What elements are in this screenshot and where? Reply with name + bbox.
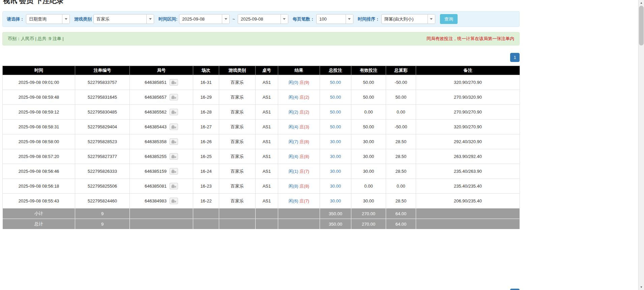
total-bet-link[interactable]: 50.00 — [330, 109, 341, 115]
summary-bar: 币别：人民币 | 总共 :9 注单 | 同局有效投注，统一计算在该局第一张注单内 — [2, 32, 520, 45]
time-range-label: 时间区间: — [158, 16, 177, 22]
session-cell: 16-26 — [193, 134, 219, 149]
game-category-cell: 百家乐 — [219, 149, 256, 164]
date-from-dropdown[interactable]: 2025-09-08 — [179, 14, 230, 24]
date-to-dropdown[interactable]: 2025-09-08 — [238, 14, 288, 24]
footer-total-bet-cell: 350.00 — [320, 208, 351, 219]
game-category-cell: 百家乐 — [219, 179, 256, 194]
player-result: 闲(7) — [289, 139, 298, 144]
select-type-value: 日期查询 — [26, 14, 62, 24]
chevron-down-icon[interactable] — [222, 14, 229, 24]
footer-count-cell: 9 — [75, 208, 130, 219]
total-bet-cell: 50.00 — [320, 120, 351, 134]
result-cell: 闲(4) 庄(3) — [278, 120, 320, 134]
total-bet-link[interactable]: 30.00 — [330, 169, 341, 174]
result-cell: 闲(4) 庄(8) — [278, 149, 320, 164]
footer-count-cell: 9 — [75, 219, 130, 229]
game-category-value: 百家乐 — [94, 14, 146, 24]
footer-payout-cell: 64.00 — [386, 208, 416, 219]
player-result: 闲(0) — [289, 80, 298, 85]
banker-result: 庄(2) — [299, 109, 309, 115]
query-button[interactable]: 查询 — [440, 14, 458, 24]
round-cell: 646385081 — [130, 179, 193, 194]
result-cell: 闲(1) 庄(7) — [278, 164, 320, 179]
remark-cell: 270.90/320.90 — [416, 90, 520, 105]
pagination-page-button[interactable]: 1 — [510, 289, 520, 290]
column-header: 游戏类别 — [219, 66, 256, 75]
valid-bet-cell: 50.00 — [351, 75, 386, 90]
scrollbar-thumb[interactable] — [639, 6, 644, 45]
select-type-label: 请选择： — [7, 16, 24, 22]
column-header: 结果 — [278, 66, 320, 75]
round-cell: 646385159 — [130, 164, 193, 179]
video-replay-icon[interactable] — [170, 79, 178, 86]
total-bet-link[interactable]: 50.00 — [330, 95, 341, 100]
time-cell: 2025-09-08 08:59:12 — [3, 105, 75, 120]
remark-cell: 320.90/270.90 — [416, 75, 520, 90]
video-replay-icon[interactable] — [170, 138, 178, 145]
select-type-dropdown[interactable]: 日期查询 — [26, 14, 70, 24]
time-cell: 2025-09-08 08:56:46 — [3, 164, 75, 179]
footer-empty-remark — [416, 219, 520, 229]
chevron-down-icon[interactable] — [62, 14, 69, 24]
total-bet-link[interactable]: 50.00 — [330, 80, 341, 85]
chevron-down-icon[interactable] — [428, 14, 435, 24]
footer-empty-round — [130, 208, 193, 219]
total-bet-link[interactable]: 30.00 — [330, 198, 341, 203]
table-number-cell: AS1 — [256, 179, 278, 194]
total-bet-cell: 30.00 — [320, 134, 351, 149]
player-result: 闲(1) — [289, 169, 298, 174]
chevron-down-icon[interactable] — [281, 14, 288, 24]
session-cell: 16-27 — [193, 120, 219, 134]
vertical-scrollbar[interactable]: ▲ ▼ — [638, 0, 644, 290]
per-page-label: 每页笔数： — [293, 16, 315, 22]
footer-empty-table — [256, 219, 278, 229]
pagination-page-button[interactable]: 1 — [510, 53, 520, 62]
total-bet-link[interactable]: 30.00 — [330, 184, 341, 189]
total-row: 总计9350.00270.0064.00 — [3, 219, 520, 229]
remark-cell: 206.90/235.40 — [416, 194, 520, 208]
table-row: 2025-09-08 08:57:20522795827377646385255… — [3, 149, 520, 164]
video-replay-icon[interactable] — [170, 183, 178, 189]
game-category-dropdown[interactable]: 百家乐 — [93, 14, 154, 24]
table-row: 2025-09-08 08:58:00522795828523646385358… — [3, 134, 520, 149]
player-result: 闲(4) — [289, 124, 298, 129]
banker-result: 庄(8) — [299, 154, 309, 159]
footer-valid-bet-cell: 270.00 — [351, 219, 386, 229]
round-cell: 646385358 — [130, 134, 193, 149]
footer-empty-result — [278, 219, 320, 229]
total-bet-link[interactable]: 30.00 — [330, 139, 341, 144]
video-replay-icon[interactable] — [170, 94, 178, 100]
bet-id-cell: 522795826333 — [75, 164, 130, 179]
table-row: 2025-09-08 08:59:12522795830485646385562… — [3, 105, 520, 120]
time-sort-dropdown[interactable]: 降冪(由大到小) — [381, 14, 435, 24]
round-number: 646385443 — [145, 124, 167, 129]
footer-empty-game — [219, 208, 256, 219]
table-number-cell: AS1 — [256, 120, 278, 134]
total-bet-link[interactable]: 30.00 — [330, 154, 341, 159]
scroll-down-arrow-icon[interactable]: ▼ — [639, 284, 644, 290]
video-replay-icon[interactable] — [170, 109, 178, 115]
video-replay-icon[interactable] — [170, 124, 178, 130]
remark-cell: 263.90/292.40 — [416, 149, 520, 164]
payout-cell: -50.00 — [386, 75, 416, 90]
video-replay-icon[interactable] — [170, 168, 178, 174]
game-category-cell: 百家乐 — [219, 120, 256, 134]
chevron-down-icon[interactable] — [346, 14, 353, 24]
time-sort-label: 时间排序： — [358, 16, 380, 22]
total-bet-cell: 50.00 — [320, 75, 351, 90]
per-page-dropdown[interactable]: 100 — [316, 14, 353, 24]
round-number: 646385562 — [145, 109, 167, 115]
scroll-up-arrow-icon[interactable]: ▲ — [639, 0, 644, 6]
video-replay-icon[interactable] — [170, 153, 178, 160]
currency-summary-text: 币别：人民币 | 总共 :9 注单 | — [8, 36, 64, 42]
total-bet-link[interactable]: 50.00 — [330, 124, 341, 129]
total-bet-cell: 30.00 — [320, 179, 351, 194]
column-header: 场次 — [193, 66, 219, 75]
session-cell: 16-25 — [193, 149, 219, 164]
banker-result: 庄(8) — [299, 139, 309, 144]
table-number-cell: AS1 — [256, 75, 278, 90]
footer-payout-cell: 64.00 — [386, 219, 416, 229]
video-replay-icon[interactable] — [170, 198, 178, 204]
chevron-down-icon[interactable] — [146, 14, 154, 24]
